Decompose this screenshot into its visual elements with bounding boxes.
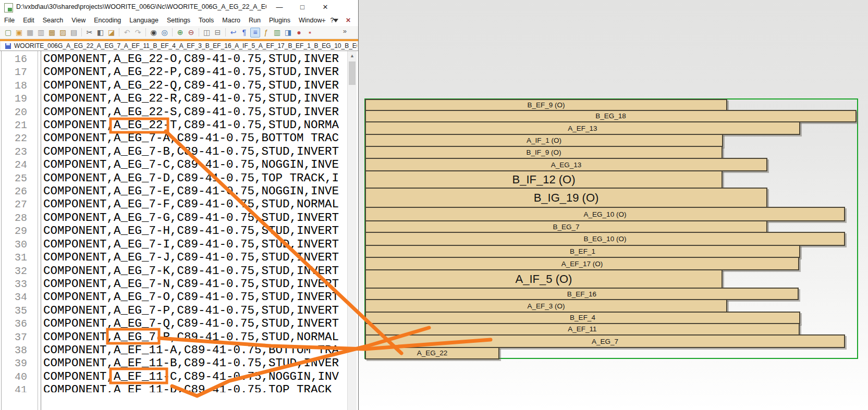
zoom-out-icon[interactable]: ⊖ xyxy=(186,28,196,38)
code-line-40[interactable]: COMPONENT,A_EF_11-C,C89-41-0.75,NOGGIN,I… xyxy=(43,370,346,383)
code-line-31[interactable]: COMPONENT,A_EG_7-J,C89-41-0.75,STUD,INVE… xyxy=(43,251,346,264)
line-number: 36 xyxy=(0,317,31,330)
code-line-23[interactable]: COMPONENT,A_EG_7-B,C89-41-0.75,STUD,INVE… xyxy=(43,145,346,158)
maximize-button[interactable]: □ xyxy=(291,0,314,15)
doc-map-icon[interactable]: ▥ xyxy=(272,28,282,38)
toolbar-separator xyxy=(119,28,119,36)
toolbar-overflow-chevron[interactable]: » xyxy=(343,27,347,35)
menu-item-edit[interactable]: Edit xyxy=(19,15,39,26)
code-line-17[interactable]: COMPONENT,A_EG_22-P,C89-41-0.75,STUD,INV… xyxy=(43,66,346,79)
tab-list-arrow-icon[interactable] xyxy=(333,19,338,22)
code-line-18[interactable]: COMPONENT,A_EG_22-Q,C89-41-0.75,STUD,INV… xyxy=(43,79,346,92)
line-number: 26 xyxy=(0,185,31,198)
code-line-29[interactable]: COMPONENT,A_EG_7-H,C89-41-0.75,STUD,INVE… xyxy=(43,225,346,238)
menu-item-macro[interactable]: Macro xyxy=(218,15,244,26)
panel-bar-A_IF_5_O_: A_IF_5 (O) xyxy=(365,269,723,289)
cut-icon[interactable]: ✂ xyxy=(84,28,94,38)
code-line-24[interactable]: COMPONENT,A_EG_7-C,C89-41-0.75,NOGGIN,IN… xyxy=(43,158,346,171)
panel-bar-B_EG_18: B_EG_18 xyxy=(365,110,857,123)
line-number: 41 xyxy=(0,383,31,392)
scrollbar-thumb[interactable] xyxy=(349,61,356,85)
save-all-icon[interactable]: ▩ xyxy=(47,28,57,38)
code-line-26[interactable]: COMPONENT,A_EG_7-E,C89-41-0.75,NOGGIN,IN… xyxy=(43,185,346,198)
code-line-20[interactable]: COMPONENT,A_EG_22-S,C89-41-0.75,STUD,INV… xyxy=(43,106,346,119)
redo-icon[interactable]: ↷ xyxy=(133,28,143,38)
menu-item-view[interactable]: View xyxy=(67,15,90,26)
sync-scroll-v-icon[interactable]: ◫ xyxy=(202,28,212,38)
menu-item-language[interactable]: Language xyxy=(125,15,163,26)
menu-item-file[interactable]: File xyxy=(0,15,19,26)
line-number-gutter: 1617181920212223242526272829303132333435… xyxy=(0,53,31,392)
panel-bar-label: B_EF_9 (O) xyxy=(527,101,565,109)
panel-bar-A_EG_7: A_EG_7 xyxy=(365,334,845,348)
code-line-30[interactable]: COMPONENT,A_EG_7-I,C89-41-0.75,STUD,INVE… xyxy=(43,238,346,251)
new-file-icon[interactable]: ▢ xyxy=(3,28,13,38)
menu-item-encoding[interactable]: Encoding xyxy=(90,15,125,26)
function-list-icon[interactable]: ƒ xyxy=(261,28,271,38)
code-line-28[interactable]: COMPONENT,A_EG_7-G,C89-41-0.75,STUD,INVE… xyxy=(43,212,346,225)
tab-bar: WOORITE_006G_A_EG_22_A_EG_7_A_EF_11_B_EF… xyxy=(0,39,358,51)
show-all-chars-icon[interactable]: ¶ xyxy=(239,28,249,38)
window-title: D:\vxbd\au\30\shared\projects\WOORITE_00… xyxy=(16,3,266,10)
code-line-41[interactable]: COMPONENT,A_EF_11-D,C89-41-0.75,TOP TRAC… xyxy=(43,383,346,392)
sync-scroll-h-icon[interactable]: ⊟ xyxy=(213,28,223,38)
code-line-39[interactable]: COMPONENT,A_EF_11-B,C89-41-0.75,STUD,INV… xyxy=(43,357,346,370)
code-line-22[interactable]: COMPONENT,A_EG_7-A,C89-41-0.75,BOTTOM TR… xyxy=(43,132,346,145)
code-line-35[interactable]: COMPONENT,A_EG_7-P,C89-41-0.75,STUD,INVE… xyxy=(43,304,346,317)
close-document-x-button[interactable]: ✕ xyxy=(346,17,351,24)
code-line-33[interactable]: COMPONENT,A_EG_7-N,C89-41-0.75,STUD,INVE… xyxy=(43,278,346,291)
line-number: 29 xyxy=(0,225,31,238)
close-button[interactable]: ✕ xyxy=(314,0,337,15)
panel-bar-label: B_EG_18 xyxy=(595,112,626,120)
replace-icon[interactable]: ◎ xyxy=(160,28,169,38)
code-lines[interactable]: COMPONENT,A_EG_22-O,C89-41-0.75,STUD,INV… xyxy=(43,53,346,392)
menu-item-tools[interactable]: Tools xyxy=(194,15,218,26)
new-tab-plus-button[interactable]: + xyxy=(322,16,326,24)
panel-bar-A_EG_10_O_: A_EG_10 (O) xyxy=(365,207,845,221)
tab-label: WOORITE_006G_A_EG_22_A_EG_7_A_EF_11_B_EF… xyxy=(14,42,357,49)
macro-record-icon[interactable]: ● xyxy=(294,28,304,38)
code-line-34[interactable]: COMPONENT,A_EG_7-O,C89-41-0.75,STUD,INVE… xyxy=(43,291,346,304)
save-copy-icon[interactable]: ▥ xyxy=(36,28,46,38)
line-number: 32 xyxy=(0,265,31,278)
open-folder-icon[interactable]: ▣ xyxy=(14,28,24,38)
code-line-38[interactable]: COMPONENT,A_EF_11-A,C89-41-0.75,BOTTOM T… xyxy=(43,344,346,357)
editor-area[interactable]: 1617181920212223242526272829303132333435… xyxy=(0,51,358,410)
copy-icon[interactable]: ◧ xyxy=(95,28,105,38)
macro-stop-icon[interactable]: ▪ xyxy=(305,28,315,38)
line-number: 20 xyxy=(0,106,31,119)
menu-item-search[interactable]: Search xyxy=(39,15,68,26)
line-number: 40 xyxy=(0,370,31,383)
panel-bar-label: B_IG_19 (O) xyxy=(534,191,599,205)
line-number: 37 xyxy=(0,331,31,344)
tab-active-document[interactable]: WOORITE_006G_A_EG_22_A_EG_7_A_EF_11_B_EF… xyxy=(1,41,357,51)
menu-item-settings[interactable]: Settings xyxy=(163,15,194,26)
code-line-36[interactable]: COMPONENT,A_EG_7-Q,C89-41-0.75,STUD,INVE… xyxy=(43,317,346,330)
code-line-25[interactable]: COMPONENT,A_EG_7-D,C89-41-0.75,TOP TRACK… xyxy=(43,172,346,185)
vertical-scrollbar[interactable]: ▲ xyxy=(347,51,357,410)
code-line-37[interactable]: COMPONENT,A_EG_7-R,C89-41-0.75,STUD,NORM… xyxy=(43,331,346,344)
close-document-icon[interactable]: ▨ xyxy=(58,28,68,38)
paste-icon[interactable]: ◪ xyxy=(106,28,116,38)
undo-icon[interactable]: ↶ xyxy=(122,28,132,38)
menu-item-plugins[interactable]: Plugins xyxy=(265,15,295,26)
code-line-19[interactable]: COMPONENT,A_EG_22-R,C89-41-0.75,STUD,INV… xyxy=(43,92,346,105)
code-line-21[interactable]: COMPONENT,A_EG_22-T,C89-41-0.75,STUD,NOR… xyxy=(43,119,346,132)
indent-guide-icon[interactable]: ≡ xyxy=(250,28,260,38)
screen: D:\vxbd\au\30\shared\projects\WOORITE_00… xyxy=(0,0,868,410)
doc-switcher-icon[interactable]: ◨ xyxy=(283,28,293,38)
scrollbar-up-arrow-icon[interactable]: ▲ xyxy=(348,52,357,60)
minimize-button[interactable]: — xyxy=(268,0,291,15)
word-wrap-icon[interactable]: ↩ xyxy=(228,28,238,38)
panel-bar-B_IF_9_O_: B_IF_9 (O) xyxy=(365,146,723,159)
zoom-in-icon[interactable]: ⊕ xyxy=(175,28,185,38)
title-bar[interactable]: D:\vxbd\au\30\shared\projects\WOORITE_00… xyxy=(0,0,358,15)
save-icon[interactable]: ▦ xyxy=(25,28,35,38)
gutter-separator xyxy=(41,51,41,410)
print-icon[interactable]: ▤ xyxy=(69,28,79,38)
code-line-27[interactable]: COMPONENT,A_EG_7-F,C89-41-0.75,STUD,NORM… xyxy=(43,198,346,211)
code-line-32[interactable]: COMPONENT,A_EG_7-K,C89-41-0.75,STUD,INVE… xyxy=(43,265,346,278)
code-line-16[interactable]: COMPONENT,A_EG_22-O,C89-41-0.75,STUD,INV… xyxy=(43,53,346,66)
menu-item-run[interactable]: Run xyxy=(244,15,265,26)
find-icon[interactable]: ◉ xyxy=(149,28,158,38)
